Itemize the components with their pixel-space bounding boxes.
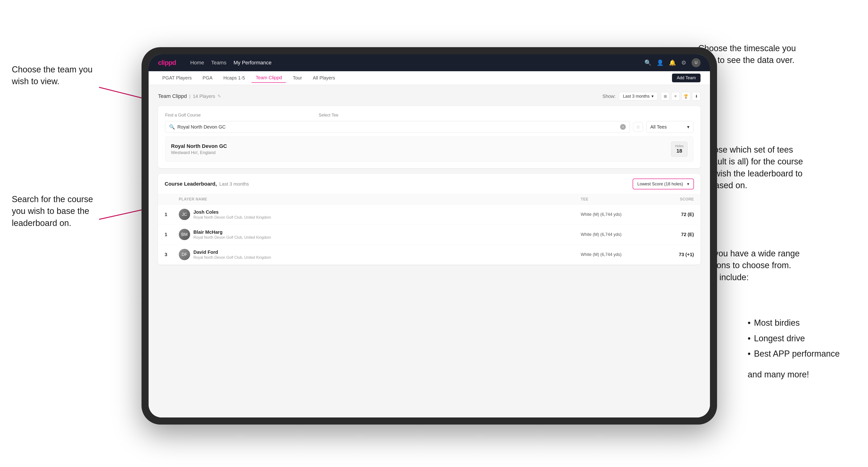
holes-badge: Holes 18: [671, 142, 687, 157]
tee-select[interactable]: All Tees ▾: [646, 121, 693, 133]
favorite-button[interactable]: ☆: [633, 122, 643, 132]
player-rank: 1: [165, 232, 179, 237]
clear-search-button[interactable]: ×: [620, 124, 626, 130]
player-score: 73 (+1): [651, 252, 694, 257]
avatar[interactable]: U: [691, 58, 701, 67]
player-name: Josh Coles: [193, 210, 271, 215]
search-labels: Find a Golf Course Select Tee: [165, 113, 693, 118]
sub-nav: PGAT Players PGA Hcaps 1-5 Team Clippd T…: [149, 71, 710, 85]
and-more-text: and many more!: [748, 368, 840, 381]
course-location: Westward Ho!, England: [171, 150, 227, 155]
avatar: JC: [179, 209, 190, 220]
search-section: Find a Golf Course Select Tee 🔍 × ☆: [158, 106, 701, 168]
col-score-header: SCORE: [651, 197, 694, 201]
player-rank: 1: [165, 212, 179, 217]
add-team-button[interactable]: Add Team: [672, 73, 701, 82]
player-tee: White (M) (6,744 yds): [581, 232, 651, 237]
team-title: Team Clippd | 14 Players ✎: [158, 93, 221, 99]
avatar: DF: [179, 249, 190, 260]
search-input-wrapper: 🔍 ×: [165, 121, 630, 133]
settings-icon[interactable]: ⚙: [681, 59, 686, 66]
chevron-down-icon: ▾: [687, 181, 689, 187]
search-icon[interactable]: 🔍: [644, 59, 651, 66]
player-club: Royal North Devon Golf Club, United King…: [193, 255, 271, 260]
team-header: Team Clippd | 14 Players ✎ Show: Last 3 …: [158, 92, 701, 100]
player-info: BM Blair McHarg Royal North Devon Golf C…: [179, 229, 581, 240]
select-tee-label: Select Tee: [319, 113, 338, 118]
bullet-item: • Best APP performance: [748, 347, 840, 361]
sub-nav-team-clippd[interactable]: Team Clippd: [251, 73, 286, 83]
nav-bar: clippd Home Teams My Performance 🔍 👤 🔔 ⚙…: [149, 54, 710, 71]
chevron-down-icon: ▾: [687, 124, 689, 130]
course-info: Royal North Devon GC Westward Ho!, Engla…: [171, 143, 227, 155]
course-search-input[interactable]: [177, 124, 618, 130]
col-player-header: PLAYER NAME: [179, 197, 581, 201]
tablet-screen: clippd Home Teams My Performance 🔍 👤 🔔 ⚙…: [149, 54, 710, 417]
tablet-frame: clippd Home Teams My Performance 🔍 👤 🔔 ⚙…: [142, 47, 717, 425]
show-label: Show:: [602, 94, 616, 99]
leaderboard-section: Course Leaderboard, Last 3 months Lowest…: [158, 174, 701, 264]
main-content: Team Clippd | 14 Players ✎ Show: Last 3 …: [149, 85, 710, 417]
table-header: PLAYER NAME TEE SCORE: [158, 194, 701, 205]
list-view-button[interactable]: ≡: [671, 92, 680, 100]
col-tee-header: TEE: [581, 197, 651, 201]
player-score: 72 (E): [651, 232, 694, 237]
bell-icon[interactable]: 🔔: [669, 59, 676, 66]
time-period-select[interactable]: Last 3 months ▾: [619, 92, 658, 100]
leaderboard-period: Last 3 months: [219, 181, 249, 187]
player-club: Royal North Devon Golf Club, United King…: [193, 236, 271, 240]
sub-nav-pga[interactable]: PGA: [198, 73, 217, 83]
leaderboard-title: Course Leaderboard, Last 3 months: [165, 181, 249, 187]
grid-view-button[interactable]: ⊞: [661, 92, 670, 100]
nav-logo: clippd: [158, 59, 176, 66]
nav-teams[interactable]: Teams: [211, 60, 226, 66]
player-club: Royal North Devon Golf Club, United King…: [193, 215, 271, 220]
nav-icons: 🔍 👤 🔔 ⚙ U: [644, 58, 701, 67]
find-course-label: Find a Golf Course: [165, 113, 201, 118]
course-name: Royal North Devon GC: [171, 143, 227, 149]
sub-nav-all-players[interactable]: All Players: [309, 73, 339, 83]
sub-nav-pgat[interactable]: PGAT Players: [158, 73, 196, 83]
view-icons: ⊞ ≡ 🏆 ⬇: [661, 92, 701, 100]
bullets-section: • Most birdies • Longest drive • Best AP…: [748, 316, 840, 381]
search-icon: 🔍: [169, 124, 175, 130]
search-row: 🔍 × ☆ All Tees ▾: [165, 121, 693, 133]
player-name: Blair McHarg: [193, 229, 271, 235]
player-info: JC Josh Coles Royal North Devon Golf Clu…: [179, 209, 581, 220]
nav-links: Home Teams My Performance: [190, 60, 635, 66]
sub-nav-hcaps[interactable]: Hcaps 1-5: [219, 73, 249, 83]
nav-home[interactable]: Home: [190, 60, 204, 66]
player-tee: White (M) (6,744 yds): [581, 252, 651, 257]
bullet-item: • Longest drive: [748, 332, 840, 345]
sub-nav-tour[interactable]: Tour: [288, 73, 306, 83]
avatar: BM: [179, 229, 190, 240]
edit-team-icon[interactable]: ✎: [217, 94, 221, 99]
player-tee: White (M) (6,744 yds): [581, 212, 651, 217]
course-result: Royal North Devon GC Westward Ho!, Engla…: [165, 136, 693, 161]
player-name: David Ford: [193, 250, 271, 255]
table-row: 1 BM Blair McHarg Royal North Devon Golf…: [158, 224, 701, 245]
annotation-team-choice: Choose the team you wish to view.: [12, 64, 92, 88]
bullet-item: • Most birdies: [748, 316, 840, 330]
player-info: DF David Ford Royal North Devon Golf Clu…: [179, 249, 581, 260]
table-row: 1 JC Josh Coles Royal North Devon Golf C…: [158, 205, 701, 224]
score-type-select[interactable]: Lowest Score (18 holes) ▾: [632, 179, 694, 189]
holes-label: Holes: [675, 144, 684, 148]
leaderboard-header: Course Leaderboard, Last 3 months Lowest…: [158, 174, 701, 194]
star-icon: ☆: [636, 124, 640, 130]
holes-number: 18: [675, 148, 684, 154]
trophy-view-button[interactable]: 🏆: [682, 92, 690, 100]
player-rank: 3: [165, 252, 179, 257]
table-row: 3 DF David Ford Royal North Devon Golf C…: [158, 245, 701, 264]
show-controls: Show: Last 3 months ▾ ⊞ ≡ 🏆 ⬇: [602, 92, 701, 100]
nav-performance[interactable]: My Performance: [234, 60, 272, 66]
annotation-course-search: Search for the course you wish to base t…: [12, 193, 93, 229]
user-icon[interactable]: 👤: [657, 59, 664, 66]
download-button[interactable]: ⬇: [692, 92, 701, 100]
player-score: 72 (E): [651, 212, 694, 217]
